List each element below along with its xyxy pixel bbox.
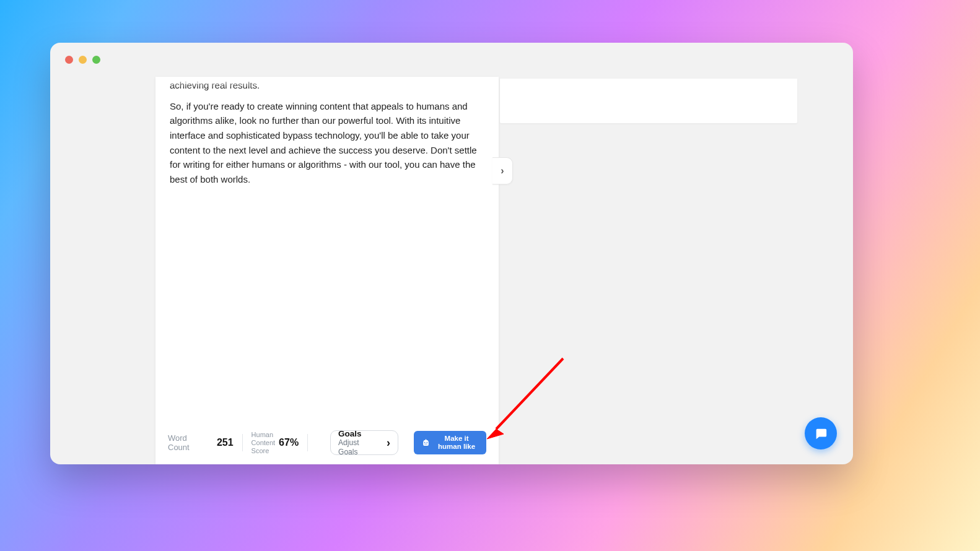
app-window: engines but also connects with your audi… (50, 43, 853, 464)
chat-fab[interactable] (805, 417, 837, 449)
window-zoom-dot[interactable] (92, 56, 100, 64)
editor-paragraph: engines but also connects with your audi… (170, 77, 484, 93)
svg-line-0 (496, 358, 563, 429)
word-count-value: 251 (217, 437, 234, 448)
chevron-right-icon: › (387, 437, 390, 448)
editor-paragraph: So, if you're ready to create winning co… (170, 99, 484, 187)
window-minimize-dot[interactable] (79, 56, 87, 64)
human-content-score: Human Content Score 67% (252, 431, 299, 455)
window-close-dot[interactable] (65, 56, 73, 64)
stats-divider (307, 434, 308, 451)
hcs-label-line: Score (252, 447, 276, 455)
chevron-right-icon: › (501, 165, 504, 176)
robot-icon (421, 438, 431, 448)
word-count-label: Word Count (168, 433, 209, 452)
goals-button[interactable]: Goals Adjust Goals › (330, 430, 398, 455)
goals-subtitle: Adjust Goals (338, 438, 380, 457)
expand-panel-tab[interactable]: › (492, 157, 513, 184)
editor-panel: engines but also connects with your audi… (155, 77, 499, 464)
hcs-label-line: Content (252, 439, 276, 447)
make-it-human-like-button[interactable]: Make it human like (414, 431, 486, 454)
goals-title: Goals (338, 429, 380, 438)
hcs-label-line: Human (252, 431, 276, 439)
humanize-label: Make it human like (434, 435, 479, 451)
chat-icon (814, 427, 828, 440)
editor-bottom-bar: Word Count 251 Human Content Score 67% G… (155, 421, 499, 464)
hcs-value: 67% (279, 437, 299, 448)
right-panel-collapsed (500, 79, 797, 123)
stats-divider (242, 434, 243, 451)
editor-text-area[interactable]: engines but also connects with your audi… (170, 77, 484, 421)
titlebar (50, 43, 853, 77)
